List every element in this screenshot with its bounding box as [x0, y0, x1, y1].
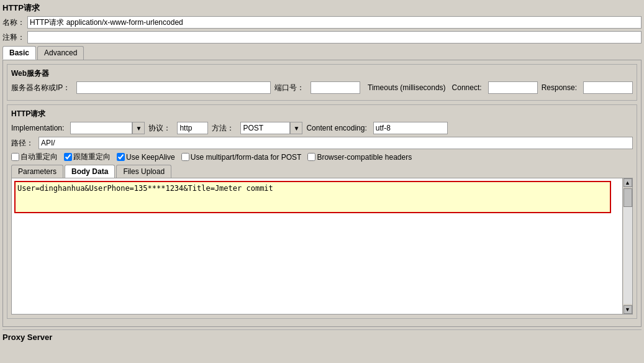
port-label: 端口号： [274, 83, 304, 93]
connect-input[interactable] [488, 81, 538, 94]
inner-tabs-bar: Parameters Body Data Files Upload [11, 165, 633, 178]
method-dropdown-container: ▼ [240, 122, 302, 134]
content-encoding-input[interactable] [373, 122, 448, 134]
keep-alive-label: Use KeepAlive [126, 153, 175, 162]
tab-files-upload[interactable]: Files Upload [116, 165, 171, 178]
web-server-title: Web服务器 [11, 68, 633, 79]
implementation-input[interactable] [70, 122, 132, 134]
comment-row: 注释： [2, 31, 642, 44]
name-label: 名称： [2, 17, 25, 28]
path-label: 路径： [11, 138, 34, 149]
multipart-check[interactable] [181, 153, 189, 161]
http-request-subtitle: HTTP请求 [11, 109, 633, 119]
implementation-row: Implementation: ▼ 协议： 方法： ▼ Content enco… [11, 122, 633, 134]
scroll-track [624, 188, 632, 304]
auto-redirect-label: 自动重定向 [20, 152, 58, 162]
follow-redirect-checkbox: 跟随重定向 [64, 152, 111, 162]
method-input[interactable] [240, 122, 290, 134]
scrollbar[interactable]: ▲ ▼ [622, 178, 632, 314]
main-panel: HTTP请求 名称： 注释： Basic Advanced Web服务器 服务器… [0, 0, 644, 363]
response-input[interactable] [583, 81, 633, 94]
browser-compat-check[interactable] [307, 153, 315, 161]
name-row: 名称： [2, 16, 642, 29]
browser-compat-label: Browser-compatible headers [317, 153, 412, 162]
body-data-textarea[interactable]: User=dinghanhua&UserPhone=135****1234&Ti… [14, 181, 611, 213]
auto-redirect-checkbox: 自动重定向 [11, 152, 58, 162]
protocol-label: 协议： [148, 123, 171, 134]
path-row: 路径： [11, 137, 633, 149]
response-label: Response: [542, 83, 577, 92]
server-row: 服务器名称或IP： 端口号： Timeouts (milliseconds) C… [11, 81, 633, 94]
keep-alive-check[interactable] [117, 153, 125, 161]
window-title: HTTP请求 [2, 2, 642, 14]
tab-basic[interactable]: Basic [2, 46, 36, 60]
follow-redirect-label: 跟随重定向 [73, 152, 111, 162]
web-server-section: Web服务器 服务器名称或IP： 端口号： Timeouts (millisec… [7, 64, 637, 101]
tabs-container: Basic Advanced Web服务器 服务器名称或IP： 端口号： Tim… [2, 46, 642, 327]
scroll-down-btn[interactable]: ▼ [624, 305, 632, 314]
http-request-section: HTTP请求 Implementation: ▼ 协议： 方法： ▼ [7, 104, 637, 319]
checkboxes-row: 自动重定向 跟随重定向 Use KeepAlive Use multipart/… [11, 152, 633, 162]
follow-redirect-check[interactable] [64, 153, 72, 161]
comment-label: 注释： [2, 32, 25, 43]
path-input[interactable] [39, 137, 633, 149]
multipart-checkbox: Use multipart/form-data for POST [181, 153, 302, 162]
port-input[interactable] [311, 81, 360, 94]
tab-advanced[interactable]: Advanced [37, 46, 84, 60]
scroll-up-btn[interactable]: ▲ [624, 178, 632, 187]
scroll-thumb[interactable] [624, 188, 632, 207]
tab-parameters[interactable]: Parameters [11, 165, 63, 178]
keep-alive-checkbox: Use KeepAlive [117, 153, 175, 162]
comment-input[interactable] [27, 31, 642, 44]
method-dropdown-btn[interactable]: ▼ [290, 122, 302, 134]
timeouts-label: Timeouts (milliseconds) [368, 83, 446, 92]
proxy-section-title: Proxy Server [2, 329, 642, 342]
implementation-label: Implementation: [11, 124, 64, 132]
method-label: 方法： [212, 123, 234, 134]
basic-tab-content: Web服务器 服务器名称或IP： 端口号： Timeouts (millisec… [2, 60, 642, 327]
server-input[interactable] [76, 81, 271, 94]
body-data-content-area: User=dinghanhua&UserPhone=135****1234&Ti… [11, 178, 633, 315]
name-input[interactable] [27, 16, 642, 29]
server-label: 服务器名称或IP： [11, 83, 70, 93]
auto-redirect-check[interactable] [11, 153, 19, 161]
tabs-bar: Basic Advanced [2, 46, 642, 60]
content-encoding-label: Content encoding: [306, 124, 366, 132]
implementation-dropdown-container: ▼ [70, 122, 145, 134]
tab-body-data[interactable]: Body Data [65, 165, 115, 178]
multipart-label: Use multipart/form-data for POST [191, 153, 302, 162]
browser-compat-checkbox: Browser-compatible headers [307, 153, 412, 162]
protocol-input[interactable] [177, 122, 208, 134]
implementation-dropdown-btn[interactable]: ▼ [132, 122, 145, 134]
connect-label: Connect: [452, 83, 482, 92]
